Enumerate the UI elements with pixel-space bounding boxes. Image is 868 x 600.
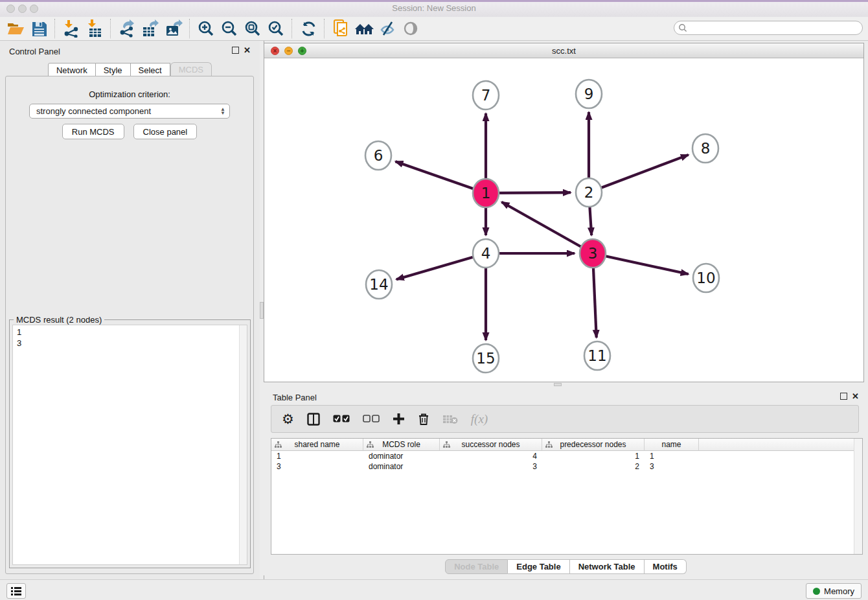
table-panel-close-button[interactable]: ✕ bbox=[852, 393, 859, 400]
hide-selected-button[interactable] bbox=[376, 18, 399, 39]
export-table-button[interactable] bbox=[139, 18, 162, 39]
table-cell[interactable]: dominator bbox=[363, 461, 440, 472]
graph-edge-3-10[interactable] bbox=[593, 253, 689, 274]
horizontal-splitter[interactable] bbox=[264, 382, 868, 387]
export-image-button[interactable] bbox=[162, 18, 185, 39]
list-icon bbox=[11, 586, 21, 595]
run-mcds-button[interactable]: Run MCDS bbox=[62, 124, 124, 139]
table-panel: Table Panel ✕ ⚙ f(x) shared nameMCDS rol… bbox=[264, 387, 868, 575]
table-cell[interactable]: 3 bbox=[271, 461, 363, 472]
optimization-criterion-select[interactable]: strongly connected component ▲▼ bbox=[29, 104, 230, 119]
tab-network-table[interactable]: Network Table bbox=[570, 559, 645, 574]
control-panel: Control Panel ✕ NetworkStyleSelectMCDS O… bbox=[0, 41, 260, 579]
unselect-all-columns-icon[interactable] bbox=[363, 415, 380, 423]
table-panel-title: Table Panel bbox=[273, 393, 317, 402]
column-type-icon bbox=[545, 441, 553, 450]
graph-node-15[interactable]: 15 bbox=[473, 344, 499, 373]
table-cell[interactable]: dominator bbox=[363, 451, 440, 461]
tab-node-table[interactable]: Node Table bbox=[445, 559, 508, 574]
table-cell[interactable]: 3 bbox=[440, 461, 542, 472]
show-all-button[interactable] bbox=[399, 18, 422, 39]
graph-node-label: 2 bbox=[584, 184, 594, 201]
graph-node-4[interactable]: 4 bbox=[473, 239, 499, 268]
close-panel-button[interactable]: Close panel bbox=[133, 124, 198, 139]
delete-table-icon[interactable] bbox=[442, 414, 458, 424]
table-cell[interactable]: 1 bbox=[271, 451, 363, 461]
show-column-panel-icon[interactable] bbox=[307, 413, 320, 426]
control-panel-float-button[interactable] bbox=[232, 47, 239, 55]
table-row[interactable]: 1dominator411 bbox=[271, 451, 862, 461]
close-icon: ✕ bbox=[852, 391, 859, 401]
tab-motifs[interactable]: Motifs bbox=[645, 559, 687, 574]
table-cell[interactable]: 3 bbox=[645, 461, 699, 472]
graph-node-9[interactable]: 9 bbox=[576, 80, 602, 108]
graph-node-7[interactable]: 7 bbox=[473, 81, 499, 110]
search-input[interactable] bbox=[687, 21, 862, 34]
select-stepper-icon: ▲▼ bbox=[220, 108, 225, 115]
zoom-in-button[interactable] bbox=[194, 18, 218, 39]
apply-layout-button[interactable] bbox=[297, 18, 320, 39]
clone-network-button[interactable] bbox=[329, 18, 352, 39]
function-builder-icon[interactable]: f(x) bbox=[471, 412, 488, 426]
zoom-selected-button[interactable] bbox=[264, 18, 288, 39]
export-network-button[interactable] bbox=[115, 18, 139, 39]
table-cell[interactable]: 4 bbox=[440, 451, 542, 461]
graph-node-label: 7 bbox=[481, 87, 491, 104]
graph-edge-3-1[interactable] bbox=[501, 202, 593, 253]
table-cell[interactable] bbox=[699, 461, 856, 472]
task-history-button[interactable] bbox=[6, 583, 26, 599]
graph-node-11[interactable]: 11 bbox=[584, 341, 610, 370]
table-scrollbar[interactable] bbox=[854, 439, 862, 554]
column-header-mcds-role[interactable]: MCDS role bbox=[363, 439, 440, 451]
network-view-window: × – + scc.txt 7968124314101511 bbox=[264, 43, 864, 382]
optimization-criterion-value: strongly connected component bbox=[36, 106, 151, 116]
graph-edge-2-8[interactable] bbox=[589, 155, 689, 192]
graph-node-8[interactable]: 8 bbox=[692, 134, 718, 163]
network-view-titlebar[interactable]: × – + scc.txt bbox=[264, 43, 863, 58]
select-all-columns-icon[interactable] bbox=[333, 415, 350, 423]
column-header-filler[interactable] bbox=[699, 439, 856, 451]
table-cell[interactable]: 2 bbox=[542, 461, 645, 472]
search-icon bbox=[678, 23, 687, 32]
graph-node-label: 6 bbox=[374, 147, 383, 164]
graph-node-10[interactable]: 10 bbox=[693, 264, 719, 292]
home-button[interactable] bbox=[352, 18, 376, 39]
table-panel-float-button[interactable] bbox=[840, 393, 847, 401]
tab-edge-table[interactable]: Edge Table bbox=[508, 559, 569, 574]
save-session-button[interactable] bbox=[27, 18, 51, 39]
graph-node-1[interactable]: 1 bbox=[473, 179, 499, 207]
control-panel-close-button[interactable]: ✕ bbox=[244, 47, 251, 54]
import-table-button[interactable] bbox=[83, 18, 106, 39]
delete-column-icon[interactable] bbox=[418, 413, 429, 426]
settings-gear-icon[interactable]: ⚙ bbox=[282, 412, 294, 426]
result-scrollbar[interactable] bbox=[239, 325, 247, 564]
open-file-button[interactable] bbox=[4, 18, 27, 39]
add-column-icon[interactable] bbox=[393, 413, 405, 425]
table-cell[interactable] bbox=[699, 451, 856, 461]
zoom-out-button[interactable] bbox=[218, 18, 241, 39]
graph-node-14[interactable]: 14 bbox=[366, 270, 392, 299]
node-table: shared nameMCDS rolesuccessor nodesprede… bbox=[271, 438, 863, 555]
mcds-result-area[interactable]: 1 3 bbox=[12, 325, 247, 565]
table-cell[interactable]: 1 bbox=[645, 451, 699, 461]
graph-edge-4-14[interactable] bbox=[396, 253, 486, 279]
table-header-row: shared nameMCDS rolesuccessor nodesprede… bbox=[271, 439, 862, 451]
column-header-successor-nodes[interactable]: successor nodes bbox=[440, 439, 542, 451]
network-canvas[interactable]: 7968124314101511 bbox=[264, 58, 863, 382]
column-header-name[interactable]: name bbox=[645, 439, 699, 451]
graph-node-6[interactable]: 6 bbox=[365, 141, 391, 170]
splitter-grip-icon[interactable] bbox=[554, 383, 562, 386]
column-header-label: shared name bbox=[294, 440, 339, 449]
import-network-button[interactable] bbox=[60, 18, 83, 39]
column-header-predecessor-nodes[interactable]: predecessor nodes bbox=[542, 439, 645, 451]
table-row[interactable]: 3dominator323 bbox=[271, 461, 862, 472]
column-header-shared-name[interactable]: shared name bbox=[271, 439, 363, 451]
table-cell[interactable]: 1 bbox=[542, 451, 645, 461]
zoom-out-icon bbox=[221, 20, 238, 37]
memory-button[interactable]: Memory bbox=[806, 583, 862, 599]
graph-node-2[interactable]: 2 bbox=[576, 178, 602, 207]
column-header-label: successor nodes bbox=[461, 440, 520, 449]
graph-node-3[interactable]: 3 bbox=[580, 239, 606, 268]
zoom-fit-button[interactable] bbox=[241, 18, 264, 39]
graph-edge-1-6[interactable] bbox=[395, 161, 486, 193]
